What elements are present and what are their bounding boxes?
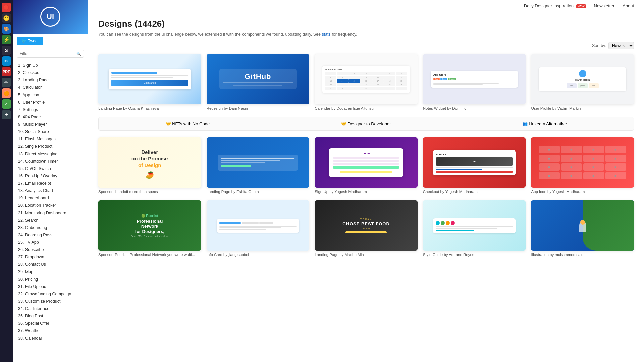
nav-item[interactable]: 22. Search (13, 217, 88, 224)
nav-item[interactable]: 12. Single Product (13, 143, 88, 150)
design-card[interactable]: Illustration by muhammed said (531, 200, 634, 257)
card-caption: Landing Page by Oxana Khazhieva (98, 106, 201, 110)
s-icon[interactable]: S (2, 46, 11, 55)
nav-item[interactable]: 30. Pricing (13, 276, 88, 283)
banner-row: 🤝 NFTs with No Code🤝 Designer to Develop… (98, 117, 634, 131)
nav-item[interactable]: 1. Sign Up (13, 62, 88, 69)
icon-sidebar: 🔴 😐 🎨 ⚡ S ✉ PDF ✏ 🟠 ✓ + (0, 0, 13, 362)
nav-item[interactable]: 7. Settings (13, 106, 88, 113)
design-card[interactable]: Deliveron the Promiseof Design 🥭 Sponsor… (98, 137, 201, 194)
nav-item[interactable]: 26. Subscribe (13, 246, 88, 253)
nav-item[interactable]: 16. Pop-Up / Overlay (13, 172, 88, 180)
logo-text: UI (47, 12, 54, 21)
design-card[interactable]: ROBO 2.0 👁 Checkout by Yogesh Madharam (423, 137, 526, 194)
nav-item[interactable]: 33. Customize Product (13, 298, 88, 305)
nav-item[interactable]: 5. App Icon (13, 91, 88, 99)
tweet-button[interactable]: 🐦 Tweet (17, 37, 43, 45)
nav-item[interactable]: 13. Direct Messaging (13, 150, 88, 158)
nav-item[interactable]: 15. On/Off Switch (13, 165, 88, 172)
banner-item[interactable]: 🤝 NFTs with No Code (99, 117, 277, 130)
nav-item[interactable]: 35. Blog Post (13, 312, 88, 320)
banner-item[interactable]: 🤝 Designer to Developer (277, 117, 455, 130)
nav-item[interactable]: 9. Music Player (13, 121, 88, 128)
nav-logo[interactable]: UI (13, 0, 88, 34)
design-card[interactable]: November 2019 12345678910111213141516171… (315, 54, 418, 110)
nav-item[interactable]: 4. Calculator (13, 84, 88, 91)
nav-item[interactable]: 20. Location Tracker (13, 202, 88, 209)
nav-item[interactable]: 38. Calendar (13, 335, 88, 342)
edit-icon[interactable]: ✏ (2, 78, 11, 87)
pdf-icon[interactable]: PDF (2, 67, 11, 76)
sort-select[interactable]: Newest Oldest Popular (608, 42, 634, 49)
card-caption: Notes Widget by Dominic (423, 106, 526, 110)
nav-item[interactable]: 36. Special Offer (13, 320, 88, 327)
nav-item[interactable]: 37. Weather (13, 327, 88, 335)
nav-item[interactable]: 17. Email Receipt (13, 180, 88, 187)
logo-circle: UI (40, 7, 60, 27)
design-grid-row2: Deliveron the Promiseof Design 🥭 Sponsor… (98, 137, 634, 194)
nav-list: 1. Sign Up2. Checkout3. Landing Page4. C… (13, 60, 88, 343)
design-card[interactable]: Landing Page by Eshita Gupta (207, 137, 310, 194)
nav-item[interactable]: 25. TV App (13, 239, 88, 246)
design-grid-row3: 🟢 Peerlist ProfessionalNetworkfor Design… (98, 200, 634, 257)
design-card[interactable]: Login Sign Up by Yogesh Madharam (315, 137, 418, 194)
top-nav: Daily Designer Inspiration NEW Newslette… (88, 0, 644, 12)
nav-item[interactable]: 24. Boarding Pass (13, 231, 88, 239)
nav-item[interactable]: 23. Onboarding (13, 224, 88, 231)
card-caption: Illustration by muhammed said (531, 253, 634, 257)
card-caption: Sponsor: Handoff more than specs (98, 190, 201, 194)
card-caption: Landing Page by Eshita Gupta (207, 190, 310, 194)
page-title: Designs (14426) (98, 19, 634, 29)
design-grid-row1: Get Started Landing Page by Oxana Khazhi… (98, 54, 634, 110)
content-area: Designs (14426) You can see the designs … (88, 12, 644, 277)
fire-icon[interactable]: 🔴 (2, 3, 11, 12)
card-caption: Info Card by jiangxiaobei (207, 253, 310, 257)
card-caption: Checkout by Yogesh Madharam (423, 190, 526, 194)
nav-item[interactable]: 19. Leaderboard (13, 194, 88, 202)
card-caption: App Icon by Yogesh Madharam (531, 190, 634, 194)
design-card[interactable]: Style Guide by Adriano Reyes (423, 200, 526, 257)
design-card[interactable]: Get Started Landing Page by Oxana Khazhi… (98, 54, 201, 110)
design-card[interactable]: Martin Isabin pink green blue User Profi… (531, 54, 634, 110)
about-link[interactable]: About (623, 3, 634, 8)
banner-item[interactable]: 👥 LinkedIn Alternative (455, 117, 634, 130)
nav-item[interactable]: 18. Analytics Chart (13, 187, 88, 194)
nav-item[interactable]: 34. Car Interface (13, 305, 88, 312)
bolt-icon[interactable]: ⚡ (2, 35, 11, 44)
design-card[interactable]: Info Card by jiangxiaobei (207, 200, 310, 257)
nav-item[interactable]: 10. Social Share (13, 128, 88, 135)
filter-section: 🔍 (13, 48, 88, 60)
nav-item[interactable]: 28. Contact Us (13, 261, 88, 268)
design-card[interactable]: ◼◼◼◼◼◼◼◼◼◼◼◼◼◼◼◼ App Icon by Yogesh Madh… (531, 137, 634, 194)
stats-link[interactable]: stats (322, 32, 330, 37)
card-caption: User Profile by Vadim Markin (531, 106, 634, 110)
inspiration-link[interactable]: Daily Designer Inspiration NEW (524, 3, 586, 8)
paint-icon[interactable]: 🎨 (2, 24, 11, 34)
card-caption: Landing Page by Madhu Mia (315, 253, 418, 257)
nav-item[interactable]: 27. Dropdown (13, 253, 88, 261)
filter-input[interactable] (17, 50, 84, 58)
nav-item[interactable]: 8. 404 Page (13, 113, 88, 121)
card-caption: Calendar by Dogacan Ege Altunsu (315, 106, 418, 110)
design-card[interactable]: YOCAN CHOSE BEST FOOD Discover Landing P… (315, 200, 418, 257)
design-card[interactable]: 🟢 Peerlist ProfessionalNetworkfor Design… (98, 200, 201, 257)
sort-bar: Sort by: Newest Oldest Popular (98, 42, 634, 49)
mail-icon[interactable]: ✉ (2, 56, 11, 66)
nav-item[interactable]: 31. File Upload (13, 283, 88, 290)
newsletter-link[interactable]: Newsletter (594, 3, 614, 8)
design-card[interactable]: App Store Red Blue Green Notes Widget by… (423, 54, 526, 110)
nav-item[interactable]: 11. Flash Messages (13, 135, 88, 143)
nav-item[interactable]: 2. Checkout (13, 69, 88, 76)
nav-item[interactable]: 21. Monitoring Dashboard (13, 209, 88, 217)
nav-item[interactable]: 3. Landing Page (13, 76, 88, 84)
design-card[interactable]: GitHub Redesign by Dani Nasiri (207, 54, 310, 110)
check-icon[interactable]: ✓ (2, 99, 11, 109)
nav-item[interactable]: 6. User Profile (13, 99, 88, 106)
orange-icon[interactable]: 🟠 (2, 88, 11, 98)
nav-item[interactable]: 32. Crowdfunding Campaign (13, 290, 88, 298)
nav-item[interactable]: 29. Map (13, 268, 88, 276)
nav-item[interactable]: 14. Countdown Timer (13, 158, 88, 165)
face-icon[interactable]: 😐 (2, 13, 11, 23)
add-icon[interactable]: + (2, 110, 11, 119)
search-icon: 🔍 (76, 52, 81, 56)
